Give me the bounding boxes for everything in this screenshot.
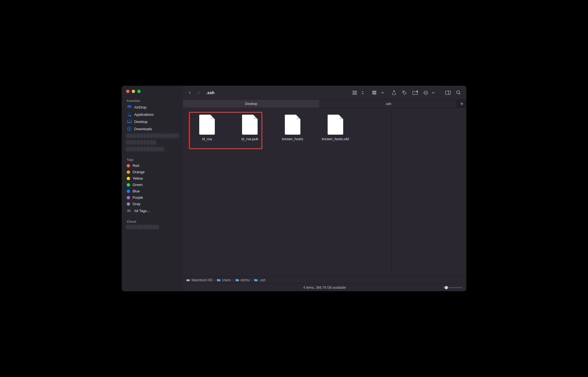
chevron-updown-icon (361, 91, 364, 95)
path-seg-label: .ssh (259, 278, 265, 282)
path-bar[interactable]: Macintosh HD › Users › erichu › (183, 276, 466, 283)
svg-rect-25 (445, 91, 450, 94)
file-item[interactable]: id_rsa (189, 115, 225, 141)
tab-desktop[interactable]: Desktop (183, 100, 320, 108)
chevron-right-icon: › (214, 278, 215, 282)
sidebar-item-label: Red (133, 164, 139, 168)
svg-rect-10 (372, 91, 373, 92)
status-bar: 4 items, 366.79 GB available (183, 283, 466, 291)
all-tags-icon (127, 208, 132, 213)
folder-icon (235, 278, 239, 282)
svg-rect-6 (353, 91, 354, 92)
window-close-button[interactable] (126, 90, 129, 93)
preview-pane (391, 108, 466, 276)
new-folder-button[interactable] (411, 89, 419, 97)
action-menu-button[interactable] (422, 89, 430, 97)
sidebar-item-label: Orange (133, 170, 144, 174)
sidebar-tag-green[interactable]: Green (122, 182, 183, 188)
path-seg-label: Macintosh HD (191, 278, 212, 282)
file-name-label: id_rsa.pub (241, 137, 258, 141)
sidebar-item-label: Downloads (134, 127, 152, 131)
back-button[interactable] (187, 90, 193, 96)
svg-rect-8 (353, 93, 354, 94)
file-name-label: id_rsa (202, 137, 212, 141)
tag-button[interactable] (401, 89, 408, 97)
sidebar-item-desktop[interactable]: Desktop (122, 118, 183, 125)
path-segment[interactable]: .ssh (254, 278, 265, 282)
document-icon (242, 115, 258, 135)
tab-ssh[interactable]: .ssh (320, 100, 457, 108)
main-area: .ssh (183, 86, 466, 291)
svg-line-28 (459, 93, 460, 94)
document-icon (328, 115, 343, 135)
path-segment[interactable]: erichu (235, 278, 250, 282)
view-mode-button[interactable] (351, 89, 359, 97)
icon-size-slider[interactable] (443, 287, 462, 288)
svg-point-23 (425, 92, 426, 93)
sidebar-tag-orange[interactable]: Orange (122, 169, 183, 175)
new-tab-button[interactable] (457, 100, 466, 108)
apps-icon (127, 112, 132, 117)
sidebar-tag-gray[interactable]: Gray (122, 201, 183, 207)
sidebar-item-label: Desktop (134, 120, 148, 124)
svg-rect-15 (375, 93, 376, 94)
sidebar-tag-red[interactable]: Red (122, 162, 183, 169)
finder-window: Favorites AirDrop Applications Desktop D… (122, 86, 466, 291)
svg-point-32 (189, 280, 190, 280)
path-segment[interactable]: Users (217, 278, 231, 282)
sidebar-item-airdrop[interactable]: AirDrop (122, 104, 183, 111)
search-button[interactable] (455, 89, 462, 97)
chevron-right-icon: › (251, 278, 252, 282)
svg-point-22 (425, 92, 425, 93)
toolbar: .ssh (183, 86, 466, 100)
file-grid[interactable]: id_rsa id_rsa.pub known_hosts known_host… (183, 108, 391, 276)
path-segment-root[interactable]: Macintosh HD (186, 278, 212, 282)
window-title: .ssh (206, 90, 215, 95)
tab-bar: Desktop.ssh (183, 100, 466, 108)
sidebar-tag-blue[interactable]: Blue (122, 188, 183, 194)
file-item[interactable]: id_rsa.pub (232, 115, 268, 141)
tab-label: .ssh (385, 102, 391, 106)
sidebar-item-downloads[interactable]: Downloads (122, 125, 183, 132)
share-button[interactable] (390, 89, 398, 97)
group-by-button[interactable] (371, 89, 379, 97)
sidebar-redacted-item (126, 134, 179, 138)
toggle-preview-button[interactable] (444, 89, 452, 97)
svg-rect-11 (374, 91, 375, 92)
drive-icon (186, 278, 190, 282)
svg-point-27 (457, 91, 460, 94)
sidebar-item-label: Green (133, 183, 143, 187)
status-text: 4 items, 366.79 GB available (303, 286, 346, 290)
sidebar-item-all-tags[interactable]: All Tags… (122, 207, 183, 214)
file-item[interactable]: known_hosts.old (317, 115, 353, 141)
forward-button[interactable] (196, 90, 202, 96)
tag-dot-icon (127, 164, 130, 167)
sidebar-item-label: Yellow (133, 176, 143, 180)
sidebar-tag-yellow[interactable]: Yellow (122, 175, 183, 182)
sidebar-item-label: Gray (133, 202, 140, 206)
sidebar-item-label: All Tags… (134, 209, 150, 213)
tab-label: Desktop (245, 102, 257, 106)
file-item[interactable]: known_hosts (275, 115, 311, 141)
document-icon (285, 115, 300, 135)
sidebar: Favorites AirDrop Applications Desktop D… (122, 86, 183, 291)
tag-dot-icon (127, 177, 130, 180)
chevron-right-icon: › (233, 278, 234, 282)
sidebar-section-icloud: iCloud (122, 218, 183, 224)
tag-dot-icon (127, 202, 130, 206)
path-seg-label: erichu (241, 278, 250, 282)
window-minimize-button[interactable] (132, 90, 135, 93)
content-area: id_rsa id_rsa.pub known_hosts known_host… (183, 108, 466, 276)
sidebar-tag-purple[interactable]: Purple (122, 194, 183, 201)
window-zoom-button[interactable] (137, 90, 141, 93)
slider-knob[interactable] (445, 286, 448, 289)
tag-dot-icon (127, 190, 130, 193)
tag-dot-icon (127, 170, 130, 174)
traffic-lights (122, 90, 183, 97)
sidebar-item-applications[interactable]: Applications (122, 111, 183, 118)
svg-rect-13 (372, 93, 373, 94)
sidebar-section-favorites: Favorites (122, 97, 183, 104)
chevron-down-icon (381, 92, 384, 94)
folder-icon (217, 278, 221, 282)
sidebar-item-label: Blue (133, 189, 140, 193)
